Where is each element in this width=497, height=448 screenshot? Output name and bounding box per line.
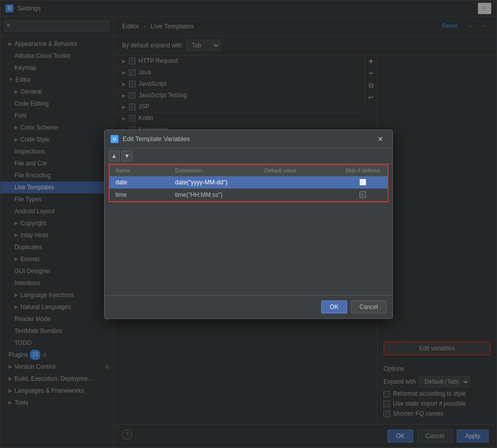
col-header-default: Default value — [258, 165, 338, 176]
col-header-name: Name — [110, 165, 169, 176]
table-header-row: Name Expression Default value Skip if de… — [110, 165, 387, 176]
col-header-skip: Skip if defined — [338, 165, 387, 176]
table-row[interactable]: time time("HH:MM:ss") — [110, 188, 387, 201]
dialog-close-button[interactable]: ✕ — [374, 134, 386, 144]
cell-expression: time("HH:MM:ss") — [169, 188, 259, 201]
dialog-app-icon: U — [111, 135, 119, 143]
dialog-move-down-button[interactable]: ▼ — [122, 150, 132, 161]
table-highlight: Name Expression Default value Skip if de… — [109, 164, 388, 202]
table-row[interactable]: date date("yyyy-MM-dd") — [110, 176, 387, 188]
dialog-footer: OK Cancel — [105, 295, 392, 318]
dialog-cancel-button[interactable]: Cancel — [351, 300, 386, 313]
dialog-toolbar: ▲ ▼ — [105, 149, 392, 164]
cell-name: date — [110, 176, 169, 188]
cell-skip — [338, 188, 387, 201]
dialog-move-up-button[interactable]: ▲ — [109, 150, 120, 161]
dialog-table-area: Name Expression Default value Skip if de… — [105, 164, 392, 295]
dialog-title-bar: U Edit Template Variables ✕ — [105, 130, 392, 149]
skip-checkbox-cell — [344, 179, 381, 185]
cell-skip — [338, 176, 387, 188]
col-header-expression: Expression — [169, 165, 259, 176]
variables-table: Name Expression Default value Skip if de… — [110, 165, 387, 201]
cell-default — [258, 176, 338, 188]
skip-checkbox-date[interactable] — [360, 179, 366, 185]
dialog-overlay: U Edit Template Variables ✕ ▲ ▼ Name Exp… — [0, 0, 497, 448]
skip-checkbox-time[interactable] — [360, 191, 366, 198]
edit-template-variables-dialog: U Edit Template Variables ✕ ▲ ▼ Name Exp… — [104, 130, 393, 319]
skip-checkbox-cell — [344, 191, 381, 198]
cell-default — [258, 188, 338, 201]
dialog-ok-button[interactable]: OK — [321, 300, 347, 313]
dialog-title: Edit Template Variables — [123, 135, 374, 143]
cell-name: time — [110, 188, 169, 201]
cell-expression: date("yyyy-MM-dd") — [169, 176, 259, 188]
